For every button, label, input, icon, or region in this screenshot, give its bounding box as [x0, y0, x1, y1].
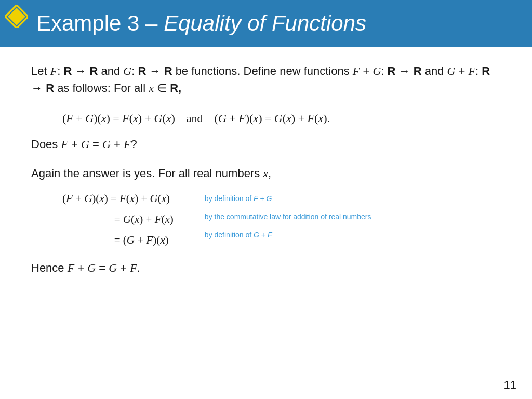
hence-text: Hence F + G = G + F. [31, 261, 501, 275]
proof-block: (F + G)(x) = F(x) + G(x) = G(x) + F(x) =… [31, 189, 501, 251]
title-italic: Equality of Functions [164, 11, 366, 35]
proof-annotations: by definition of F + G by the commutativ… [205, 189, 371, 244]
intro-paragraph: Let F: R → R and G: R → R be functions. … [31, 62, 501, 97]
main-formula: (F + G)(x) = F(x) + G(x) and (G + F)(x) … [62, 109, 501, 127]
proof-equations: (F + G)(x) = F(x) + G(x) = G(x) + F(x) =… [62, 189, 174, 251]
question-text: Does F + G = G + F? [31, 138, 501, 151]
diamond-icon [5, 5, 28, 28]
svg-rect-0 [5, 5, 28, 28]
annotation-2: by the commutative law for addition of r… [205, 208, 371, 226]
title-plain: Example 3 – [36, 11, 164, 35]
main-content: Let F: R → R and G: R → R be functions. … [0, 47, 532, 285]
header-bar: Example 3 – Equality of Functions [0, 0, 532, 47]
answer-intro: Again the answer is yes. For all real nu… [31, 167, 501, 180]
annotation-3: by definition of G + F [205, 226, 371, 244]
page-number: 11 [504, 378, 516, 392]
header-title: Example 3 – Equality of Functions [36, 10, 366, 36]
annotation-1: by definition of F + G [205, 190, 371, 208]
